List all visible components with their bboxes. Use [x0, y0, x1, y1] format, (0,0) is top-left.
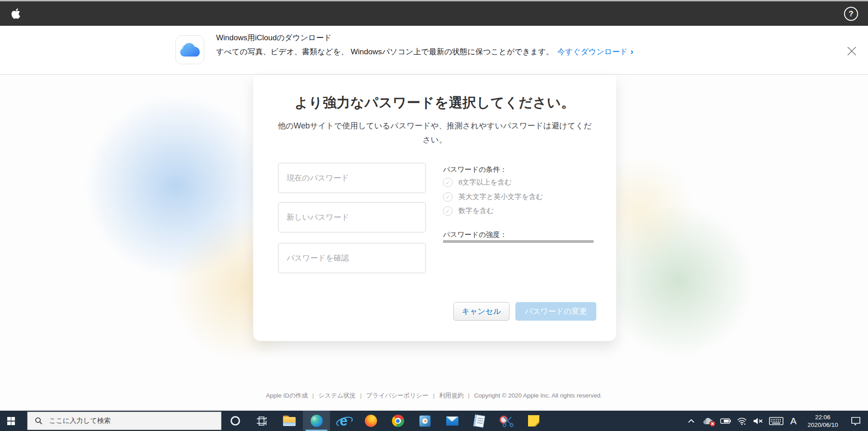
sticky-notes-icon: [528, 415, 539, 426]
taskbar-clock[interactable]: 22:06 2020/06/10: [802, 413, 844, 429]
new-password-input[interactable]: [278, 202, 426, 232]
password-strength-label: パスワードの強度：: [443, 230, 507, 240]
change-password-dialog: より強力なパスワードを選択してください。 他のWebサイトで使用しているパスワー…: [253, 75, 616, 341]
mail-button[interactable]: [439, 411, 466, 431]
check-circle-icon: ✓: [443, 192, 453, 202]
apple-top-bar: ?: [0, 1, 868, 26]
file-explorer-button[interactable]: [276, 411, 303, 431]
footer-link-privacy-policy[interactable]: プライバシーポリシー: [366, 392, 429, 399]
snipping-tool-icon: [500, 415, 513, 427]
icloud-app-icon: [175, 35, 204, 64]
dialog-buttons: キャンセル パスワードの変更: [253, 302, 616, 321]
chrome-button[interactable]: [384, 411, 411, 431]
chevron-right-icon: ›: [630, 47, 633, 56]
password-requirements-title: パスワードの条件：: [443, 165, 507, 175]
taskbar-app-buttons: e: [222, 411, 547, 431]
check-circle-icon: ✓: [443, 178, 453, 187]
notepad-icon: [473, 414, 485, 427]
footer-separator: |: [468, 392, 470, 399]
requirement-label: 数字を含む: [458, 206, 494, 216]
file-explorer-icon: [283, 416, 296, 426]
change-password-button[interactable]: パスワードの変更: [515, 302, 596, 321]
verify-password-input[interactable]: [278, 243, 426, 273]
banner-description: すべての写真、ビデオ、書類などを、 Windowsパソコン上で最新の状態に保つこ…: [216, 45, 633, 59]
footer-link-system-status[interactable]: システム状況: [318, 392, 355, 399]
cortana-icon: [231, 416, 240, 426]
help-icon[interactable]: ?: [844, 7, 858, 21]
footer-separator: |: [360, 392, 362, 399]
wifi-icon[interactable]: [735, 411, 749, 431]
system-tray: A 22:06 2020/06/10: [684, 411, 868, 431]
clock-time: 22:06: [802, 413, 844, 421]
page-background: より強力なパスワードを選択してください。 他のWebサイトで使用しているパスワー…: [0, 75, 868, 411]
footer-link-terms[interactable]: 利用規約: [439, 392, 463, 399]
windows-taskbar: ここに入力して検索: [0, 411, 868, 431]
requirement-item: ✓ 8文字以上を含む: [443, 178, 512, 187]
onedrive-error-icon[interactable]: [701, 411, 716, 431]
requirement-item: ✓ 数字を含む: [443, 206, 494, 216]
dialog-subtitle: 他のWebサイトで使用しているパスワードや、推測されやすいパスワードは避けてくだ…: [277, 119, 593, 147]
chrome-icon: [392, 415, 404, 427]
check-circle-icon: ✓: [443, 206, 453, 216]
firefox-icon: [365, 415, 377, 427]
internet-explorer-button[interactable]: e: [330, 411, 357, 431]
banner-description-text: すべての写真、ビデオ、書類などを、 Windowsパソコン上で最新の状態に保つこ…: [216, 47, 554, 56]
snipping-tool-button[interactable]: [493, 411, 520, 431]
notepad-button[interactable]: [466, 411, 493, 431]
sticky-notes-button[interactable]: [520, 411, 547, 431]
task-view-icon: [256, 415, 268, 427]
search-placeholder: ここに入力して検索: [49, 417, 111, 425]
banner-title: Windows用iCloudのダウンロード: [216, 32, 633, 44]
footer-copyright: Copyright © 2020 Apple Inc. All rights r…: [474, 392, 602, 399]
clock-date: 2020/06/10: [802, 421, 844, 429]
password-strength-bar: [443, 240, 594, 243]
task-view-button[interactable]: [249, 411, 276, 431]
media-player-button[interactable]: [411, 411, 439, 431]
banner-close-icon[interactable]: [845, 45, 858, 57]
taskbar-search-input[interactable]: ここに入力して検索: [27, 412, 222, 430]
current-password-input[interactable]: [278, 163, 426, 193]
download-now-link[interactable]: 今すぐダウンロード: [557, 47, 628, 56]
apple-logo-icon: [11, 8, 21, 19]
desktop-screen: ? Windows用iCloudのダウンロード すべての写真、ビデオ、書類などを…: [0, 0, 868, 431]
footer-link-create-apple-id[interactable]: Apple IDの作成: [266, 392, 308, 399]
start-button[interactable]: [0, 411, 22, 431]
windows-logo-icon: [7, 417, 15, 425]
cancel-button[interactable]: キャンセル: [453, 302, 509, 321]
firefox-button[interactable]: [357, 411, 384, 431]
media-player-icon: [419, 415, 431, 427]
footer-separator: |: [433, 392, 435, 399]
search-icon: [35, 417, 42, 425]
tray-chevron-up-icon[interactable]: [684, 411, 698, 431]
mail-icon: [446, 417, 458, 426]
icloud-download-banner: Windows用iCloudのダウンロード すべての写真、ビデオ、書類などを、 …: [0, 26, 868, 75]
cloud-icon: [179, 43, 200, 57]
battery-icon[interactable]: [719, 411, 732, 431]
cortana-button[interactable]: [222, 411, 249, 431]
requirement-label: 英大文字と英小文字を含む: [458, 192, 543, 202]
action-center-icon[interactable]: [846, 411, 865, 431]
edge-button-active[interactable]: [303, 411, 330, 431]
banner-text-block: Windows用iCloudのダウンロード すべての写真、ビデオ、書類などを、 …: [216, 32, 633, 59]
volume-muted-icon[interactable]: [751, 411, 765, 431]
requirement-label: 8文字以上を含む: [458, 178, 512, 187]
page-footer: Apple IDの作成|システム状況|プライバシーポリシー|利用規約|Copyr…: [0, 392, 868, 400]
requirement-item: ✓ 英大文字と英小文字を含む: [443, 192, 543, 202]
ime-mode-indicator[interactable]: A: [788, 411, 799, 431]
dialog-title: より強力なパスワードを選択してください。: [253, 94, 616, 112]
touch-keyboard-icon[interactable]: [768, 411, 785, 431]
edge-icon: [311, 415, 323, 427]
internet-explorer-icon: e: [337, 414, 350, 428]
footer-separator: |: [312, 392, 314, 399]
